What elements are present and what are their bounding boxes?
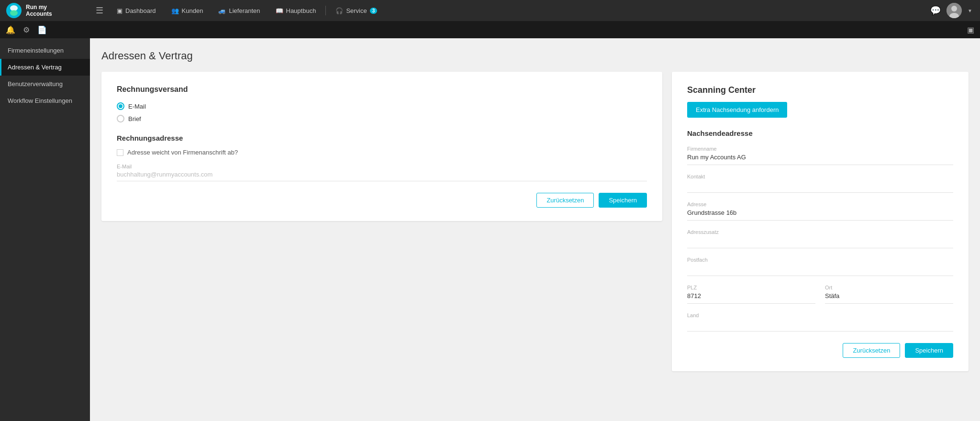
checkbox-abweichend[interactable]: Adresse weicht von Firmenanschrift ab? [117,149,647,156]
plz-value[interactable]: 8712 [687,292,815,304]
rechnungsversand-title: Rechnungsversand [117,85,647,94]
nav-kunden[interactable]: 👥 Kunden [164,0,211,21]
content-area: Adressen & Vertrag Rechnungsversand E-Ma… [90,38,980,421]
nav-right: 💬 ▼ [923,3,980,18]
right-save-button[interactable]: Speichern [905,343,953,358]
extra-nachsendung-button[interactable]: Extra Nachsendung anfordern [687,102,787,118]
kunden-icon: 👥 [171,7,179,14]
right-card: Scanning Center Extra Nachsendung anford… [672,72,969,371]
scanning-center-title: Scanning Center [687,85,953,95]
adresse-value[interactable]: Grundstrasse 16b [687,209,953,221]
firmenname-value[interactable]: Run my Accounts AG [687,154,953,165]
adresse-field: Adresse Grundstrasse 16b [687,201,953,221]
nav-lieferanten[interactable]: 🚙 Lieferanten [211,0,267,21]
checkbox-box[interactable] [117,149,123,156]
nachsendeadresse-title: Nachsendeadresse [687,129,953,137]
service-badge: 3 [370,8,378,14]
svg-point-2 [10,10,18,16]
radio-brief-circle [117,115,124,122]
left-card: Rechnungsversand E-Mail Brief Rechnungsa… [101,72,662,221]
hamburger-button[interactable]: ☰ [90,5,109,16]
logo-text: Run my Accounts [26,4,52,17]
bell-icon[interactable]: 🔔 [6,25,15,34]
adresse-label: Adresse [687,201,953,207]
plz-label: PLZ [687,285,815,290]
radio-email-circle [117,102,124,110]
kontakt-label: Kontakt [687,174,953,179]
email-value[interactable]: buchhaltung@runmyaccounts.com [117,171,647,181]
hauptbuch-icon: 📖 [276,7,283,14]
firmenname-label: Firmenname [687,146,953,152]
nav-hauptbuch[interactable]: 📖 Hauptbuch [268,0,324,21]
email-label: E-Mail [117,164,647,169]
sidebar-item-benutzerverwaltung[interactable]: Benutzerverwaltung [0,76,90,92]
email-field-container: E-Mail buchhaltung@runmyaccounts.com [117,164,647,181]
postfach-field: Postfach [687,257,953,276]
ort-value[interactable]: Stäfa [825,292,953,304]
right-card-buttons: Zurücksetzen Speichern [687,343,953,358]
svg-point-4 [951,6,957,11]
gear-icon[interactable]: ⚙ [23,25,30,34]
file-icon[interactable]: 📄 [37,25,47,34]
cards-row: Rechnungsversand E-Mail Brief Rechnungsa… [101,72,969,371]
left-reset-button[interactable]: Zurücksetzen [536,193,594,208]
sidebar-item-firmeneinstellungen[interactable]: Firmeneinstellungen [0,42,90,59]
firmenname-field: Firmenname Run my Accounts AG [687,146,953,165]
chat-icon[interactable]: 💬 [930,5,941,16]
left-save-button[interactable]: Speichern [599,193,647,208]
avatar[interactable] [947,3,962,18]
land-label: Land [687,312,953,318]
logo: Run my Accounts [0,2,90,19]
ort-field: Ort Stäfa [825,285,953,304]
adresszusatz-label: Adresszusatz [687,229,953,235]
grid-icon[interactable]: ▣ [967,25,974,34]
nav-service[interactable]: 🎧 Service 3 [328,0,385,21]
land-field: Land [687,312,953,332]
plz-field: PLZ 8712 [687,285,815,304]
sidebar-item-workflow-einstellungen[interactable]: Workflow Einstellungen [0,92,90,109]
nav-links: ▣ Dashboard 👥 Kunden 🚙 Lieferanten 📖 Hau… [109,0,923,21]
ort-label: Ort [825,285,953,290]
right-reset-button[interactable]: Zurücksetzen [843,343,900,358]
sidebar-item-adressen-vertrag[interactable]: Adressen & Vertrag [0,59,90,76]
left-card-buttons: Zurücksetzen Speichern [117,193,647,208]
lieferanten-icon: 🚙 [218,7,226,14]
radio-email[interactable]: E-Mail [117,102,647,110]
radio-group-rechnungsversand: E-Mail Brief [117,102,647,122]
sub-toolbar: 🔔 ⚙ 📄 ▣ [0,21,980,38]
radio-brief[interactable]: Brief [117,115,647,122]
service-icon: 🎧 [335,7,343,14]
nav-divider [325,6,326,15]
postfach-label: Postfach [687,257,953,263]
adresszusatz-field: Adresszusatz [687,229,953,248]
dashboard-icon: ▣ [117,7,122,14]
nav-dashboard[interactable]: ▣ Dashboard [109,0,164,21]
page-title: Adressen & Vertrag [101,50,969,62]
land-value[interactable] [687,320,953,332]
adresszusatz-value[interactable] [687,237,953,248]
avatar-chevron[interactable]: ▼ [968,8,972,13]
kontakt-value[interactable] [687,181,953,193]
postfach-value[interactable] [687,265,953,276]
rechnungsadresse-title: Rechnungsadresse [117,134,647,142]
kontakt-field: Kontakt [687,174,953,193]
sidebar: Firmeneinstellungen Adressen & Vertrag B… [0,38,90,421]
plz-ort-row: PLZ 8712 Ort Stäfa [687,285,953,304]
checkbox-label: Adresse weicht von Firmenanschrift ab? [127,149,238,156]
